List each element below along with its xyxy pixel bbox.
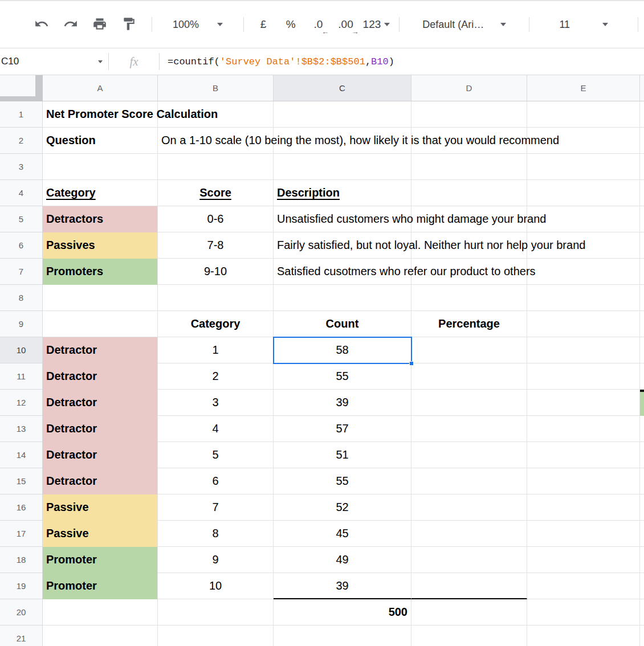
cell-A19[interactable]: Promoter [43,573,158,599]
cell-F14[interactable] [640,442,644,468]
cell-D1[interactable] [411,101,527,128]
cell-D9[interactable]: Percentage [411,311,527,337]
row-header-9[interactable]: 9 [0,311,43,337]
cell-A15[interactable]: Detractor [43,468,158,494]
cell-C10[interactable]: 58 [274,337,411,363]
column-header-D[interactable]: D [411,75,527,101]
cell-A11[interactable]: Detractor [43,363,158,390]
cell-A1[interactable]: Net Promoter Score Calculation [43,101,158,128]
cell-C20[interactable]: 500 [274,599,411,625]
cell-D17[interactable] [411,521,527,547]
cell-B5[interactable]: 0-6 [158,206,274,232]
cell-D4[interactable] [411,180,527,206]
cell-D13[interactable] [411,416,527,442]
cell-F4[interactable] [640,180,644,206]
row-header-16[interactable]: 16 [0,494,43,521]
zoom-select[interactable]: 100% [158,13,238,36]
cell-D20[interactable] [411,599,527,625]
cell-E12[interactable] [527,390,640,416]
column-header-A[interactable]: A [43,75,158,101]
cell-E15[interactable] [527,468,640,494]
row-header-15[interactable]: 15 [0,468,43,494]
cell-E7[interactable] [527,259,640,285]
row-header-3[interactable]: 3 [0,154,43,180]
cell-B4[interactable]: Score [158,180,274,206]
cell-A2[interactable]: Question [43,128,158,154]
cell-A16[interactable]: Passive [43,494,158,521]
cell-F16[interactable] [640,494,644,521]
cell-D3[interactable] [411,154,527,180]
cell-A20[interactable] [43,599,158,625]
cell-A6[interactable]: Passives [43,232,158,259]
undo-button[interactable] [30,13,53,36]
cell-D12[interactable] [411,390,527,416]
row-header-11[interactable]: 11 [0,363,43,390]
cell-D8[interactable] [411,285,527,311]
cell-E18[interactable] [527,547,640,573]
cell-B13[interactable]: 4 [158,416,274,442]
cell-A17[interactable]: Passive [43,521,158,547]
cell-D15[interactable] [411,468,527,494]
cell-F18[interactable] [640,547,644,573]
cell-A7[interactable]: Promoters [43,259,158,285]
cell-C18[interactable]: 49 [274,547,411,573]
row-header-7[interactable]: 7 [0,259,43,285]
cell-E14[interactable] [527,442,640,468]
cell-A4[interactable]: Category [43,180,158,206]
cell-D16[interactable] [411,494,527,521]
cell-B15[interactable]: 6 [158,468,274,494]
cell-C16[interactable]: 52 [274,494,411,521]
cell-A18[interactable]: Promoter [43,547,158,573]
cell-B3[interactable] [158,154,274,180]
format-percent-button[interactable]: % [277,13,304,36]
cell-C12[interactable]: 39 [274,390,411,416]
paint-format-button[interactable] [117,13,140,36]
cell-B7[interactable]: 9-10 [158,259,274,285]
row-header-4[interactable]: 4 [0,180,43,206]
cell-E8[interactable] [527,285,640,311]
cell-B10[interactable]: 1 [158,337,274,363]
row-header-18[interactable]: 18 [0,547,43,573]
cell-F5[interactable] [640,206,644,232]
cell-D14[interactable] [411,442,527,468]
cell-C5[interactable]: Unsatisfied customers who might damage y… [274,206,411,232]
column-header-C[interactable]: C [274,75,411,101]
cell-E4[interactable] [527,180,640,206]
cell-F21[interactable] [640,625,644,646]
font-size-select[interactable]: 11 [535,13,632,36]
cell-E17[interactable] [527,521,640,547]
cell-B17[interactable]: 8 [158,521,274,547]
cell-E20[interactable] [527,599,640,625]
cell-F11[interactable] [640,363,644,390]
more-formats-button[interactable]: 123 [360,13,394,36]
cell-A10[interactable]: Detractor [43,337,158,363]
cell-F7[interactable] [640,259,644,285]
cell-F15[interactable] [640,468,644,494]
row-header-14[interactable]: 14 [0,442,43,468]
cell-D18[interactable] [411,547,527,573]
cell-C1[interactable] [274,101,411,128]
cell-F13[interactable] [640,416,644,442]
cell-B18[interactable]: 9 [158,547,274,573]
redo-button[interactable] [59,13,82,36]
cell-E9[interactable] [527,311,640,337]
row-header-21[interactable]: 21 [0,625,43,646]
formula-input[interactable]: =countif('Survey Data'!$B$2:$B$501,B10) [160,56,644,67]
decrease-decimal-button[interactable]: .0 ← [304,13,332,36]
cell-A21[interactable] [43,625,158,646]
cell-E11[interactable] [527,363,640,390]
cell-B20[interactable] [158,599,274,625]
cell-E10[interactable] [527,337,640,363]
cell-A5[interactable]: Detractors [43,206,158,232]
row-header-6[interactable]: 6 [0,232,43,259]
row-header-20[interactable]: 20 [0,599,43,625]
cell-B12[interactable]: 3 [158,390,274,416]
select-all-corner[interactable] [0,75,43,101]
cell-C8[interactable] [274,285,411,311]
row-header-5[interactable]: 5 [0,206,43,232]
cell-A3[interactable] [43,154,158,180]
cell-A9[interactable] [43,311,158,337]
cell-B11[interactable]: 2 [158,363,274,390]
cell-B16[interactable]: 7 [158,494,274,521]
cell-C3[interactable] [274,154,411,180]
